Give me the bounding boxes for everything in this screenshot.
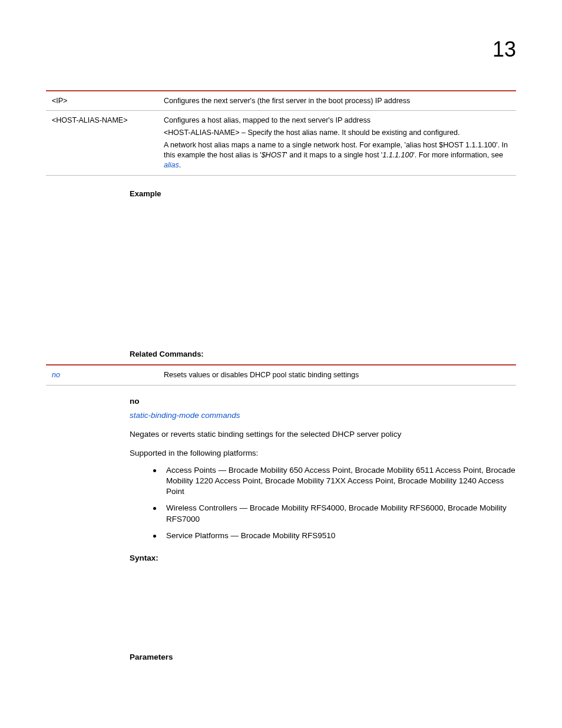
desc-cell: Configures the next server's (the first … <box>158 91 516 111</box>
supported-platforms-label: Supported in the following platforms: <box>130 448 516 459</box>
desc-cell: Resets values or disables DHCP pool stat… <box>158 365 516 385</box>
desc-line: Configures a host alias, mapped to the n… <box>164 116 510 126</box>
list-item: Service Platforms — Brocade Mobility RFS… <box>153 531 516 541</box>
page-number: 13 <box>46 35 516 64</box>
alias-link[interactable]: alias <box>164 161 179 169</box>
parameter-table-top: <IP> Configures the next server's (the f… <box>46 90 516 176</box>
static-binding-link[interactable]: static-binding-mode commands <box>130 411 240 420</box>
list-item: Access Points — Brocade Mobility 650 Acc… <box>153 465 516 498</box>
bullet-text: <HOST-ALIAS-NAME> – Specify the host ali… <box>164 129 459 137</box>
text-emph: 1.1.1.100 <box>382 151 413 159</box>
desc-cell: Configures a host alias, mapped to the n… <box>158 111 516 175</box>
param-cell: <IP> <box>46 91 158 111</box>
parameters-heading: Parameters <box>130 652 516 663</box>
desc-bullet: <HOST-ALIAS-NAME> – Specify the host ali… <box>164 128 510 138</box>
text: '. For more information, see <box>413 151 503 159</box>
cmd-cell: no <box>46 365 158 385</box>
related-commands-table: no Resets values or disables DHCP pool s… <box>46 364 516 386</box>
platform-list: Access Points — Brocade Mobility 650 Acc… <box>153 465 516 541</box>
list-item: Wireless Controllers — Brocade Mobility … <box>153 503 516 524</box>
table-row: <IP> Configures the next server's (the f… <box>46 91 516 111</box>
text: . <box>179 161 181 169</box>
no-description: Negates or reverts static binding settin… <box>130 429 516 440</box>
syntax-heading: Syntax: <box>130 553 516 564</box>
param-cell: <HOST-ALIAS-NAME> <box>46 111 158 175</box>
table-row: <HOST-ALIAS-NAME> Configures a host alia… <box>46 111 516 175</box>
no-heading: no <box>130 396 516 407</box>
text: ' and it maps to a single host ' <box>286 151 382 159</box>
no-link[interactable]: no <box>52 371 60 379</box>
desc-line: A network host alias maps a name to a si… <box>164 140 510 170</box>
table-row: no Resets values or disables DHCP pool s… <box>46 365 516 385</box>
text-emph: $HOST <box>262 151 286 159</box>
example-heading: Example <box>130 189 516 199</box>
related-commands-heading: Related Commands: <box>130 349 516 360</box>
